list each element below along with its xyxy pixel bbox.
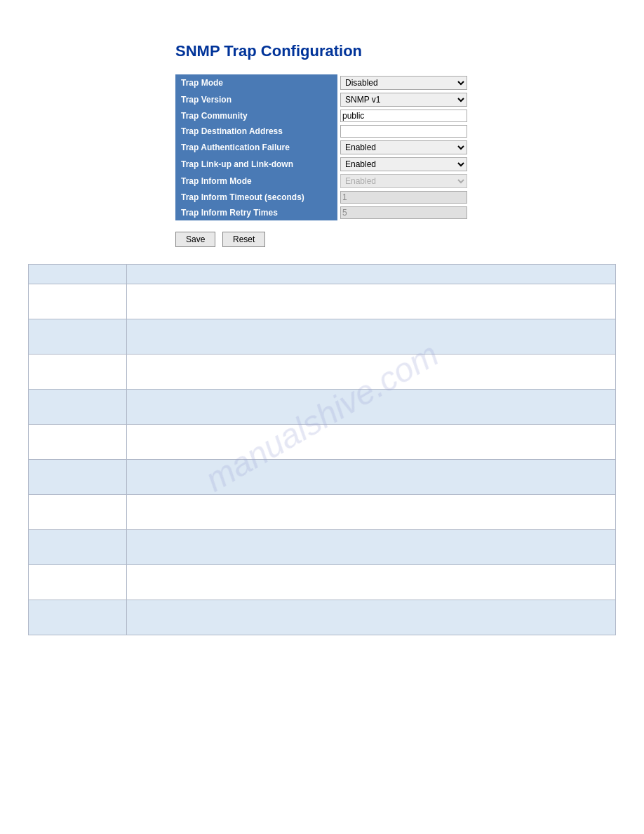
config-select-5[interactable]: EnabledDisabled bbox=[340, 157, 467, 171]
config-label-8: Trap Inform Retry Times bbox=[175, 205, 337, 220]
table-cell-right-8 bbox=[127, 565, 616, 600]
table-cell-right-9 bbox=[127, 600, 616, 635]
config-select-1[interactable]: SNMP v1SNMP v2cSNMP v3 bbox=[340, 93, 467, 107]
config-input-2[interactable] bbox=[340, 110, 467, 122]
config-value-7[interactable] bbox=[337, 190, 470, 205]
config-label-0: Trap Mode bbox=[175, 74, 337, 91]
table-cell-right-5 bbox=[127, 460, 616, 495]
config-row-8: Trap Inform Retry Times bbox=[175, 205, 470, 220]
table-row bbox=[29, 565, 616, 600]
config-row-1: Trap VersionSNMP v1SNMP v2cSNMP v3 bbox=[175, 91, 470, 108]
table-cell-right-0 bbox=[127, 284, 616, 319]
config-input-7 bbox=[340, 191, 467, 204]
config-value-4[interactable]: EnabledDisabled bbox=[337, 139, 470, 156]
config-select-0[interactable]: DisabledEnabled bbox=[340, 76, 467, 90]
reset-button[interactable]: Reset bbox=[222, 232, 265, 247]
config-value-5[interactable]: EnabledDisabled bbox=[337, 156, 470, 173]
table-cell-left-5 bbox=[29, 460, 127, 495]
table-cell-left-9 bbox=[29, 600, 127, 635]
table-cell-left-3 bbox=[29, 390, 127, 425]
config-row-3: Trap Destination Address bbox=[175, 124, 470, 139]
table-cell-right-1 bbox=[127, 319, 616, 355]
table-row bbox=[29, 530, 616, 565]
config-value-3[interactable] bbox=[337, 124, 470, 139]
page-title: SNMP Trap Configuration bbox=[175, 42, 616, 60]
config-row-0: Trap ModeDisabledEnabled bbox=[175, 74, 470, 91]
config-value-8[interactable] bbox=[337, 205, 470, 220]
config-table: Trap ModeDisabledEnabledTrap VersionSNMP… bbox=[175, 74, 470, 220]
button-row: Save Reset bbox=[175, 232, 616, 247]
table-cell-left-1 bbox=[29, 319, 127, 355]
table-cell-right-2 bbox=[127, 355, 616, 390]
config-label-1: Trap Version bbox=[175, 91, 337, 108]
table-cell-left-0 bbox=[29, 284, 127, 319]
table-row bbox=[29, 600, 616, 635]
table-row bbox=[29, 284, 616, 319]
config-row-5: Trap Link-up and Link-downEnabledDisable… bbox=[175, 156, 470, 173]
config-input-8 bbox=[340, 206, 467, 219]
table-row bbox=[29, 425, 616, 460]
config-value-0[interactable]: DisabledEnabled bbox=[337, 74, 470, 91]
table-row bbox=[29, 495, 616, 530]
table-cell-right-3 bbox=[127, 390, 616, 425]
config-row-4: Trap Authentication FailureEnabledDisabl… bbox=[175, 139, 470, 156]
table-row bbox=[29, 390, 616, 425]
table-row bbox=[29, 319, 616, 355]
table-header-row bbox=[29, 265, 616, 284]
config-label-6: Trap Inform Mode bbox=[175, 173, 337, 190]
config-input-3[interactable] bbox=[340, 125, 467, 138]
config-row-6: Trap Inform ModeEnabledDisabled bbox=[175, 173, 470, 190]
data-table bbox=[28, 264, 616, 635]
config-row-2: Trap Community bbox=[175, 108, 470, 124]
table-row bbox=[29, 460, 616, 495]
config-select-4[interactable]: EnabledDisabled bbox=[340, 140, 467, 154]
table-cell-left-6 bbox=[29, 495, 127, 530]
table-cell-left-7 bbox=[29, 530, 127, 565]
config-label-3: Trap Destination Address bbox=[175, 124, 337, 139]
config-label-7: Trap Inform Timeout (seconds) bbox=[175, 190, 337, 205]
table-header-col2 bbox=[127, 265, 616, 284]
table-cell-left-4 bbox=[29, 425, 127, 460]
table-cell-right-4 bbox=[127, 425, 616, 460]
config-label-4: Trap Authentication Failure bbox=[175, 139, 337, 156]
config-row-7: Trap Inform Timeout (seconds) bbox=[175, 190, 470, 205]
table-cell-left-2 bbox=[29, 355, 127, 390]
config-value-2[interactable] bbox=[337, 108, 470, 124]
table-cell-right-7 bbox=[127, 530, 616, 565]
table-row bbox=[29, 355, 616, 390]
table-header-col1 bbox=[29, 265, 127, 284]
table-cell-left-8 bbox=[29, 565, 127, 600]
config-value-6[interactable]: EnabledDisabled bbox=[337, 173, 470, 190]
config-label-5: Trap Link-up and Link-down bbox=[175, 156, 337, 173]
save-button[interactable]: Save bbox=[175, 232, 215, 247]
table-cell-right-6 bbox=[127, 495, 616, 530]
config-select-6[interactable]: EnabledDisabled bbox=[340, 174, 467, 188]
config-label-2: Trap Community bbox=[175, 108, 337, 124]
config-value-1[interactable]: SNMP v1SNMP v2cSNMP v3 bbox=[337, 91, 470, 108]
